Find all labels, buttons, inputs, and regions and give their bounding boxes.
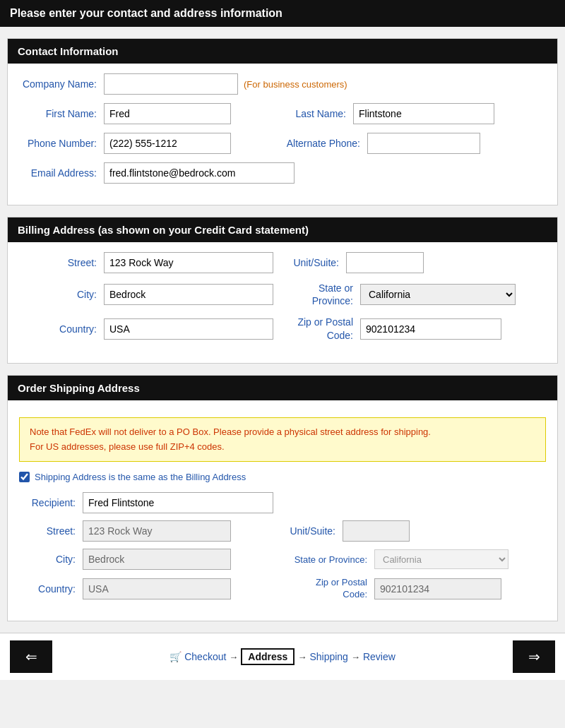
billing-street-row: Street: Unit/Suite: — [19, 252, 546, 273]
shipping-alert-line2: For US addresses, please use full ZIP+4 … — [30, 441, 225, 452]
page-wrapper: Please enter your contact and address in… — [0, 0, 565, 680]
billing-country-label: Country: — [19, 323, 104, 335]
shipping-country-input — [83, 578, 231, 599]
billing-unit-input[interactable] — [346, 252, 424, 273]
billing-street-input[interactable] — [104, 252, 273, 273]
first-name-col: First Name: — [19, 103, 282, 124]
footer-bar: ⇐ 🛒 Checkout → Address → Shipping → Revi… — [0, 633, 565, 680]
first-name-label: First Name: — [19, 108, 104, 119]
shipping-unit-input — [343, 520, 410, 542]
name-row: First Name: Last Name: — [19, 103, 546, 124]
shipping-state-label: State or Province: — [282, 554, 374, 565]
breadcrumb-arrow1: → — [229, 652, 238, 662]
same-address-row: Shipping Address is the same as the Bill… — [19, 472, 546, 482]
forward-arrow-icon: ⇒ — [528, 648, 540, 665]
shipping-city-row: City: State or Province: California Alab… — [19, 549, 546, 570]
shipping-city-input — [83, 549, 231, 570]
last-name-input[interactable] — [353, 103, 494, 124]
billing-city-row: City: State or Province: California Alab… — [19, 282, 546, 307]
shipping-state-select: California Alabama Arizona — [374, 549, 509, 569]
billing-country-input[interactable] — [104, 318, 273, 340]
email-row: Email Address: — [19, 162, 546, 184]
breadcrumb-arrow2: → — [297, 652, 307, 662]
shipping-country-col: Country: — [19, 578, 282, 599]
shipping-alert-line1: Note that FedEx will not deliver to a PO… — [30, 426, 431, 437]
billing-country-row: Country: Zip or Postal Code: — [19, 316, 546, 341]
billing-zip-label2: Code: — [327, 329, 353, 342]
shipping-country-label: Country: — [19, 583, 83, 595]
billing-state-col: State or Province: California Alabama Al… — [282, 282, 546, 307]
company-input[interactable] — [104, 73, 238, 95]
shipping-zip-col: Zip or Postal Code: — [282, 577, 546, 601]
billing-street-label: Street: — [19, 257, 104, 268]
billing-state-label2: Province: — [312, 294, 353, 307]
billing-section-body: Street: Unit/Suite: City: State or P — [8, 242, 557, 363]
shipping-street-label: Street: — [19, 525, 83, 537]
shipping-zip-label2: Code: — [343, 589, 367, 601]
shipping-section-body: Note that FedEx will not deliver to a PO… — [8, 400, 557, 621]
billing-state-label: State or — [319, 282, 353, 294]
email-input[interactable] — [104, 162, 295, 184]
breadcrumb-review[interactable]: Review — [363, 651, 396, 662]
shipping-zip-label: Zip or Postal — [316, 577, 367, 589]
main-title: Please enter your contact and address in… — [0, 0, 565, 27]
phone-input[interactable] — [104, 133, 231, 154]
cart-icon: 🛒 — [170, 651, 182, 662]
shipping-state-col: State or Province: California Alabama Ar… — [282, 549, 546, 569]
alt-phone-label: Alternate Phone: — [282, 138, 367, 149]
billing-unit-col: Unit/Suite: — [282, 252, 546, 273]
shipping-section-header: Order Shipping Address — [8, 376, 557, 400]
phone-row: Phone Number: Alternate Phone: — [19, 133, 546, 154]
billing-zip-input[interactable] — [360, 318, 501, 340]
same-address-checkbox[interactable] — [19, 472, 30, 482]
alt-phone-col: Alternate Phone: — [282, 133, 546, 154]
recipient-row: Recipient: — [19, 492, 546, 513]
email-label: Email Address: — [19, 167, 104, 179]
billing-unit-label: Unit/Suite: — [282, 257, 346, 268]
shipping-city-col: City: — [19, 549, 282, 570]
billing-section: Billing Address (as shown on your Credit… — [7, 217, 558, 364]
first-name-input[interactable] — [104, 103, 231, 124]
billing-city-col: City: — [19, 284, 282, 305]
back-arrow-icon: ⇐ — [25, 648, 37, 665]
recipient-input[interactable] — [83, 492, 273, 513]
company-row: Company Name: (For business customers) — [19, 73, 546, 95]
breadcrumb-address[interactable]: Address — [241, 648, 295, 665]
billing-city-input[interactable] — [104, 284, 273, 305]
contact-section-header: Contact Information — [8, 39, 557, 64]
breadcrumb: 🛒 Checkout → Address → Shipping → Review — [170, 648, 396, 665]
shipping-zip-input — [374, 578, 501, 599]
billing-country-col: Country: — [19, 318, 282, 340]
last-name-label: Last Name: — [282, 108, 353, 119]
shipping-country-row: Country: Zip or Postal Code: — [19, 577, 546, 601]
billing-zip-col: Zip or Postal Code: — [282, 316, 546, 341]
recipient-label: Recipient: — [19, 497, 83, 508]
breadcrumb-checkout[interactable]: Checkout — [184, 651, 226, 662]
same-address-label[interactable]: Shipping Address is the same as the Bill… — [35, 472, 246, 482]
shipping-street-input — [83, 520, 231, 542]
alt-phone-input[interactable] — [367, 133, 480, 154]
contact-section-body: Company Name: (For business customers) F… — [8, 64, 557, 205]
forward-button[interactable]: ⇒ — [513, 640, 555, 673]
shipping-city-label: City: — [19, 554, 83, 565]
phone-label: Phone Number: — [19, 138, 104, 149]
company-hint: (For business customers) — [244, 79, 347, 90]
billing-section-header: Billing Address (as shown on your Credit… — [8, 217, 557, 242]
shipping-section: Order Shipping Address Note that FedEx w… — [7, 375, 558, 621]
back-button[interactable]: ⇐ — [10, 640, 52, 673]
billing-state-select[interactable]: California Alabama Alaska Arizona Arkans… — [360, 284, 516, 305]
billing-zip-label: Zip or Postal — [297, 316, 353, 328]
last-name-col: Last Name: — [282, 103, 546, 124]
billing-street-col: Street: — [19, 252, 282, 273]
shipping-street-row: Street: Unit/Suite: — [19, 520, 546, 542]
phone-col: Phone Number: — [19, 133, 282, 154]
billing-city-label: City: — [19, 289, 104, 300]
shipping-street-col: Street: — [19, 520, 282, 542]
breadcrumb-shipping[interactable]: Shipping — [309, 651, 348, 662]
shipping-unit-col: Unit/Suite: — [282, 520, 546, 542]
company-label: Company Name: — [19, 78, 104, 90]
contact-section: Contact Information Company Name: (For b… — [7, 38, 558, 205]
shipping-alert: Note that FedEx will not deliver to a PO… — [19, 417, 546, 463]
shipping-unit-label: Unit/Suite: — [282, 525, 343, 537]
breadcrumb-arrow3: → — [351, 652, 360, 662]
